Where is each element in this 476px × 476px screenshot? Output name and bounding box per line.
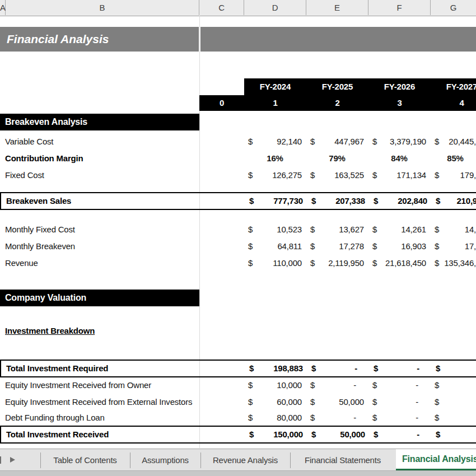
tab-separator bbox=[200, 452, 201, 468]
cell-fixed-cost-y3[interactable]: $171,134 bbox=[368, 167, 431, 184]
cell-revenue-y2[interactable]: $2,119,950 bbox=[306, 255, 368, 272]
cell-breakeven-sales-y3[interactable]: $202,840 bbox=[370, 193, 432, 209]
column-header-f[interactable]: F bbox=[368, 0, 431, 15]
currency-symbol: $ bbox=[435, 394, 439, 411]
cell-monthly-breakeven-y1[interactable]: $64,811 bbox=[244, 238, 306, 255]
section-header-breakeven-analysis[interactable]: Breakeven Analysis bbox=[0, 114, 199, 130]
column-header-a[interactable]: A bbox=[0, 0, 6, 15]
cell-monthly-breakeven-y3[interactable]: $16,903 bbox=[368, 238, 431, 255]
cell-variable-cost-y3[interactable]: $3,379,190 bbox=[368, 133, 431, 150]
cell-revenue-y4[interactable]: $135,346, bbox=[431, 255, 476, 272]
tab-assumptions[interactable]: Assumptions bbox=[142, 449, 189, 471]
currency-symbol: $ bbox=[374, 361, 378, 376]
cell-monthly-breakeven-y4[interactable]: $17, bbox=[431, 238, 476, 255]
cell-breakeven-sales-y4[interactable]: $210,9 bbox=[432, 193, 476, 209]
cell-revenue-y3[interactable]: $21,618,450 bbox=[368, 255, 431, 272]
cell-breakeven-sales-y2[interactable]: $207,338 bbox=[307, 193, 370, 209]
currency-symbol: $ bbox=[248, 238, 253, 255]
currency-symbol: $ bbox=[372, 221, 377, 238]
currency-symbol: $ bbox=[249, 427, 254, 442]
column-header-d[interactable]: D bbox=[244, 0, 306, 15]
row-label[interactable]: Fixed Cost bbox=[0, 167, 199, 184]
cell-equity-external-y4[interactable]: $ bbox=[431, 394, 476, 411]
cell-total-received-y3[interactable]: $- bbox=[370, 427, 432, 442]
column-header-g[interactable]: G bbox=[431, 0, 476, 15]
cell-breakeven-sales-y1[interactable]: $777,730 bbox=[245, 193, 307, 209]
cell-period-1[interactable]: 1 bbox=[244, 95, 306, 111]
cell-equity-external-y2[interactable]: $50,000 bbox=[306, 394, 368, 411]
row-label[interactable]: Monthly Fixed Cost bbox=[0, 221, 199, 238]
tab-scroll-left-icon[interactable] bbox=[0, 456, 1, 464]
cell-monthly-fixed-cost-y1[interactable]: $10,523 bbox=[244, 221, 306, 238]
cell-contribution-margin-y4[interactable]: 85% bbox=[431, 150, 476, 167]
row-label[interactable]: Equity Investment Received from Owner bbox=[0, 377, 199, 393]
cell-variable-cost-y2[interactable]: $447,967 bbox=[306, 133, 368, 150]
tab-table-of-contents[interactable]: Table of Contents bbox=[53, 449, 116, 471]
cell-contribution-margin-y2[interactable]: 79% bbox=[306, 150, 368, 167]
column-header-c[interactable]: C bbox=[199, 0, 244, 15]
section-header-company-valuation[interactable]: Company Valuation bbox=[0, 290, 199, 306]
status-bar-strip bbox=[0, 470, 476, 476]
row-label[interactable]: Contribution Margin bbox=[0, 150, 199, 167]
row-label[interactable]: Equity Investment Received from External… bbox=[0, 394, 199, 410]
cell-revenue-y1[interactable]: $110,000 bbox=[244, 255, 306, 272]
currency-symbol: $ bbox=[435, 221, 439, 238]
tab-revenue-analysis[interactable]: Revenue Analysis bbox=[213, 449, 278, 471]
cell-total-received-y2[interactable]: $50,000 bbox=[307, 427, 370, 442]
cell-debt-funding-y1[interactable]: $80,000 bbox=[244, 410, 306, 427]
cell-period-4[interactable]: 4 bbox=[431, 95, 476, 111]
cell-monthly-fixed-cost-y4[interactable]: $14, bbox=[431, 221, 476, 238]
currency-symbol: $ bbox=[310, 221, 315, 238]
cell-fy-2027[interactable]: FY-2027 bbox=[431, 78, 476, 95]
cell-equity-owner-y4[interactable]: $ bbox=[431, 377, 476, 394]
currency-symbol: $ bbox=[311, 193, 316, 209]
column-header-b[interactable]: B bbox=[6, 0, 199, 15]
row-label[interactable]: Revenue bbox=[0, 255, 199, 272]
tab-financial-analysis-active[interactable]: Financial Analysis bbox=[396, 449, 476, 469]
currency-symbol: $ bbox=[372, 133, 377, 150]
cell-variable-cost-y4[interactable]: $20,445, bbox=[431, 133, 476, 150]
cell-fy-2024[interactable]: FY-2024 bbox=[244, 78, 306, 95]
column-header-e[interactable]: E bbox=[306, 0, 368, 15]
cell-variable-cost-y1[interactable]: $92,140 bbox=[244, 133, 306, 150]
cell-monthly-fixed-cost-y3[interactable]: $14,261 bbox=[368, 221, 431, 238]
row-label[interactable]: Variable Cost bbox=[0, 133, 199, 150]
cell-monthly-fixed-cost-y2[interactable]: $13,627 bbox=[306, 221, 368, 238]
cell-monthly-breakeven-y2[interactable]: $17,278 bbox=[306, 238, 368, 255]
cell-equity-owner-y2[interactable]: $- bbox=[306, 377, 368, 394]
cell-equity-owner-y1[interactable]: $10,000 bbox=[244, 377, 306, 394]
row-variable-cost: Variable Cost $92,140 $447,967 $3,379,19… bbox=[0, 133, 476, 150]
cell-fixed-cost-y4[interactable]: $179, bbox=[431, 167, 476, 184]
cell-fixed-cost-y1[interactable]: $126,275 bbox=[244, 167, 306, 184]
cell-total-required-y1[interactable]: $198,883 bbox=[245, 361, 307, 376]
cell-period-2[interactable]: 2 bbox=[306, 95, 368, 111]
cell-total-required-y4[interactable]: $ bbox=[432, 361, 476, 376]
cell-period-0[interactable]: 0 bbox=[199, 95, 244, 111]
cell-total-required-y3[interactable]: $- bbox=[370, 361, 432, 376]
tab-scroll-right-icon[interactable] bbox=[10, 457, 15, 463]
row-label[interactable]: Total Investment Required bbox=[1, 361, 200, 376]
subsection-title[interactable]: Investment Breakdown bbox=[0, 324, 199, 338]
row-label[interactable]: Total Investment Received bbox=[1, 427, 200, 442]
tab-financial-statements[interactable]: Financial Statements bbox=[305, 449, 381, 471]
sheet-title-bar-extension[interactable] bbox=[200, 27, 476, 52]
row-label[interactable]: Monthly Breakeven bbox=[0, 238, 199, 255]
cell-equity-external-y3[interactable]: $- bbox=[368, 394, 431, 411]
cell-equity-owner-y3[interactable]: $- bbox=[368, 377, 431, 394]
row-label[interactable]: Breakeven Sales bbox=[1, 193, 200, 209]
cell-equity-external-y1[interactable]: $60,000 bbox=[244, 394, 306, 411]
cell-debt-funding-y4[interactable]: $ bbox=[431, 410, 476, 427]
cell-total-received-y4[interactable]: $ bbox=[432, 427, 476, 442]
cell-fixed-cost-y2[interactable]: $163,525 bbox=[306, 167, 368, 184]
cell-fy-2026[interactable]: FY-2026 bbox=[368, 78, 431, 95]
sheet-title-bar[interactable]: Financial Analysis bbox=[0, 27, 199, 52]
cell-debt-funding-y3[interactable]: $- bbox=[368, 410, 431, 427]
cell-contribution-margin-y1[interactable]: 16% bbox=[244, 150, 306, 167]
cell-fy-2025[interactable]: FY-2025 bbox=[306, 78, 368, 95]
cell-total-received-y1[interactable]: $150,000 bbox=[245, 427, 307, 442]
cell-period-3[interactable]: 3 bbox=[368, 95, 431, 111]
row-label[interactable]: Debt Funding through Loan bbox=[0, 410, 199, 426]
cell-contribution-margin-y3[interactable]: 84% bbox=[368, 150, 431, 167]
cell-total-required-y2[interactable]: $- bbox=[307, 361, 370, 376]
cell-debt-funding-y2[interactable]: $- bbox=[306, 410, 368, 427]
